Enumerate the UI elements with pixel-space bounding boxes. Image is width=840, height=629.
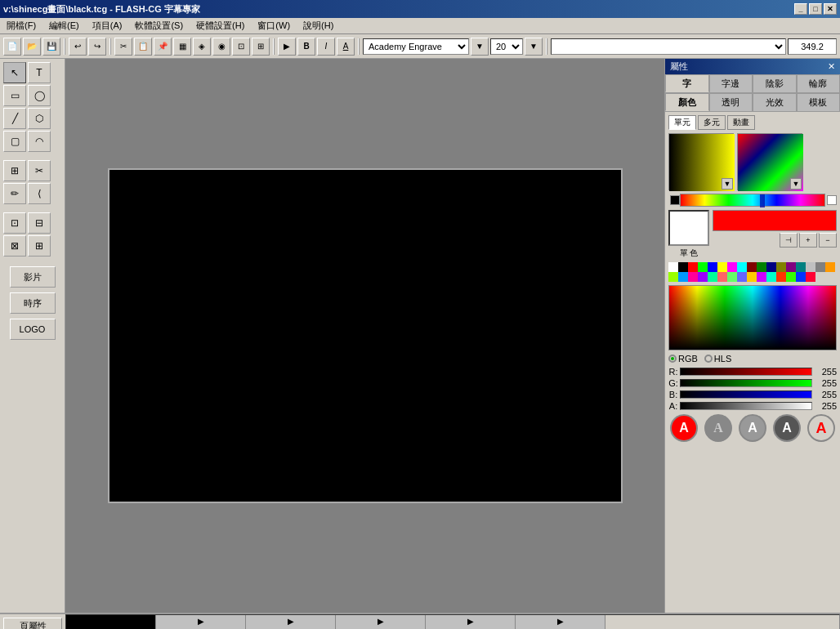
swatch-25[interactable] <box>747 272 757 282</box>
font-select[interactable]: Academy Engrave <box>363 38 469 55</box>
tb-misc4[interactable]: ⊡ <box>232 38 250 56</box>
a-btn-5[interactable]: A <box>807 414 835 442</box>
menu-item-2[interactable]: 項目(A) <box>89 19 126 33</box>
tool-rounded-rect[interactable]: ▢ <box>3 131 26 152</box>
single-color-preview[interactable] <box>668 210 709 246</box>
sequence-button[interactable]: 時序 <box>10 292 56 314</box>
b-slider[interactable] <box>680 390 812 399</box>
maximize-button[interactable]: □ <box>809 3 822 15</box>
right-panel-close-icon[interactable]: ✕ <box>828 61 835 72</box>
grad-box-secondary[interactable]: ▼ <box>737 133 802 190</box>
swatch-6[interactable] <box>727 262 737 272</box>
tab-template[interactable]: 模板 <box>797 93 841 111</box>
tab-color[interactable]: 顏色 <box>665 93 709 111</box>
swatch-9[interactable] <box>757 262 766 272</box>
swatch-18[interactable] <box>678 272 688 282</box>
swatch-29[interactable] <box>786 272 796 282</box>
tab-border[interactable]: 字邊 <box>709 74 753 92</box>
color-preview-red[interactable] <box>713 210 837 231</box>
tool-pencil[interactable]: ✏ <box>3 183 26 204</box>
menu-item-0[interactable]: 開檔(F) <box>3 19 39 33</box>
film-frame-0[interactable]: ▶1◀ <box>66 615 156 629</box>
tool-group2[interactable]: ⊟ <box>28 212 51 234</box>
tool-flip1[interactable]: ⊠ <box>3 235 26 257</box>
tab-transparent[interactable]: 透明 <box>709 93 753 111</box>
swatch-27[interactable] <box>766 272 776 282</box>
tb-play[interactable]: ▶ <box>278 38 296 56</box>
tb-misc5[interactable]: ⊞ <box>252 38 270 56</box>
color-add-btn[interactable]: + <box>799 233 817 248</box>
grad-box-main[interactable]: ▼ <box>668 133 734 190</box>
tb-undo[interactable]: ↩ <box>69 38 87 56</box>
swatch-30[interactable] <box>796 272 806 282</box>
grad-main-dropdown[interactable]: ▼ <box>722 178 733 190</box>
size-select[interactable]: 20 <box>490 38 523 55</box>
color-tab-anim[interactable]: 動畫 <box>727 115 755 130</box>
g-slider[interactable] <box>680 379 812 387</box>
swatch-12[interactable] <box>786 262 796 272</box>
tool-text[interactable]: T <box>28 62 51 83</box>
logo-button[interactable]: LOGO <box>10 319 56 340</box>
swatch-20[interactable] <box>698 272 708 282</box>
film-frame-2[interactable]: ▶3◀ <box>246 615 336 629</box>
tool-polygon[interactable]: ⬡ <box>28 108 51 129</box>
film-frame-4[interactable]: ▶5◀ <box>426 615 516 629</box>
tb-open[interactable]: 📂 <box>23 38 41 56</box>
swatch-2[interactable] <box>688 262 698 272</box>
swatch-1[interactable] <box>678 262 688 272</box>
swatch-24[interactable] <box>737 272 747 282</box>
tab-char[interactable]: 字 <box>665 74 709 92</box>
full-color-picker[interactable] <box>668 285 837 350</box>
film-frame-5[interactable]: ▶6◀ <box>516 615 605 629</box>
tab-shadow[interactable]: 陰影 <box>753 74 797 92</box>
tool-arc[interactable]: ◠ <box>28 131 51 152</box>
a-btn-2[interactable]: A <box>704 414 732 442</box>
menu-item-1[interactable]: 編輯(E) <box>46 19 83 33</box>
color-remove-btn[interactable]: − <box>819 233 837 248</box>
tool-cut[interactable]: ✂ <box>28 160 51 181</box>
swatch-28[interactable] <box>776 272 786 282</box>
tb-paste[interactable]: 📌 <box>154 38 172 56</box>
tb-bold[interactable]: B <box>297 38 315 56</box>
swatch-31[interactable] <box>806 272 815 282</box>
a-btn-4[interactable]: A <box>773 414 801 442</box>
swatch-3[interactable] <box>698 262 708 272</box>
color-tab-multi[interactable]: 多元 <box>698 115 726 130</box>
size-dropdown[interactable]: ▼ <box>525 38 543 56</box>
swatch-11[interactable] <box>776 262 786 272</box>
tab-lighteffect[interactable]: 光效 <box>753 93 797 111</box>
minimize-button[interactable]: _ <box>794 3 807 15</box>
rgb-radio[interactable]: RGB <box>668 354 698 364</box>
grad-secondary-dropdown[interactable]: ▼ <box>790 178 802 190</box>
swatch-14[interactable] <box>806 262 815 272</box>
swatch-16[interactable] <box>825 262 835 272</box>
film-frame-1[interactable]: ▶2◀ <box>156 615 246 629</box>
tool-arrow[interactable]: ↖ <box>3 62 26 83</box>
hls-radio[interactable]: HLS <box>704 354 731 364</box>
r-slider[interactable] <box>680 368 812 376</box>
tb-copy[interactable]: 📋 <box>134 38 152 56</box>
swatch-23[interactable] <box>727 272 737 282</box>
swatch-0[interactable] <box>668 262 678 272</box>
swatch-13[interactable] <box>796 262 806 272</box>
black-canvas[interactable] <box>108 168 623 503</box>
swatch-22[interactable] <box>717 272 727 282</box>
color-tab-single[interactable]: 單元 <box>668 115 696 130</box>
tab-outline[interactable]: 輪廓 <box>797 74 841 92</box>
swatch-26[interactable] <box>757 272 766 282</box>
a-btn-3[interactable]: A <box>739 414 766 442</box>
tb-misc1[interactable]: ▦ <box>173 38 191 56</box>
hue-slider[interactable] <box>680 194 825 207</box>
tb-new[interactable]: 📄 <box>3 38 21 56</box>
tb-save[interactable]: 💾 <box>42 38 60 56</box>
swatch-17[interactable] <box>668 272 678 282</box>
swatch-7[interactable] <box>737 262 747 272</box>
film-frame-3[interactable]: ▶4◀ <box>336 615 426 629</box>
tb-misc3[interactable]: ◉ <box>212 38 230 56</box>
tb-underline[interactable]: A <box>337 38 355 56</box>
close-button[interactable]: ✕ <box>824 3 837 15</box>
tool-eyedrop[interactable]: ⟨ <box>28 183 51 204</box>
menu-item-6[interactable]: 說明(H) <box>300 19 337 33</box>
tool-ellipse[interactable]: ◯ <box>28 85 51 106</box>
movie-button[interactable]: 影片 <box>10 266 56 288</box>
